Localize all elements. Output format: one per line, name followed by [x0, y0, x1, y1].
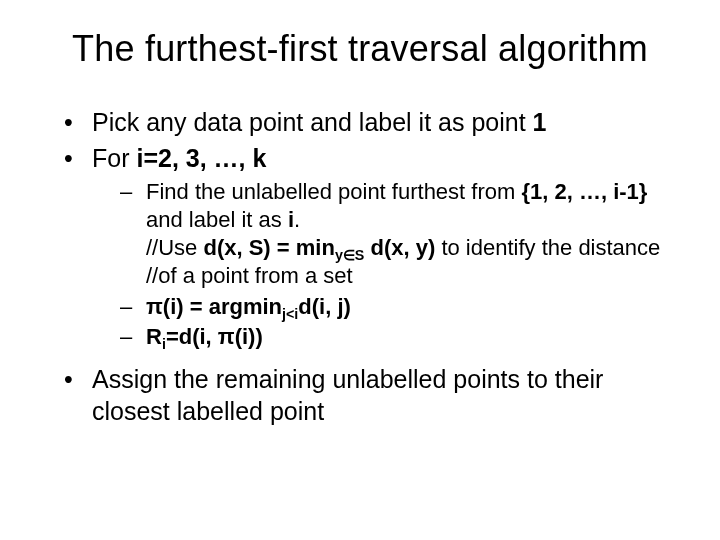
- slide-title: The furthest-first traversal algorithm: [40, 28, 680, 70]
- sub1-l2b-sub: y∈S: [335, 248, 365, 264]
- bullet-1-text: Pick any data point and label it as poin…: [92, 108, 533, 136]
- bullet-3-text: Assign the remaining unlabelled points t…: [92, 365, 603, 425]
- sub1-a: Find the unlabelled point furthest from: [146, 179, 521, 204]
- sub1-b: {1, 2, …, i-1}: [521, 179, 647, 204]
- bullet-1: Pick any data point and label it as poin…: [64, 106, 680, 138]
- bullet-2: For i=2, 3, …, k Find the unlabelled poi…: [64, 142, 680, 351]
- bullet-1-bold: 1: [533, 108, 547, 136]
- sub1-l2c: d(x, y): [364, 235, 441, 260]
- sub2-sub: j<i: [282, 306, 298, 322]
- sub1-e: .: [294, 207, 300, 232]
- bullet-2-text: For: [92, 144, 136, 172]
- sub1-l2a: //Use: [146, 235, 203, 260]
- bullet-3: Assign the remaining unlabelled points t…: [64, 363, 680, 427]
- slide: The furthest-first traversal algorithm P…: [0, 0, 720, 540]
- sub-bullet-1: Find the unlabelled point furthest from …: [120, 178, 680, 291]
- sub3-a: R: [146, 324, 162, 349]
- sub2-a: π(i) = argmin: [146, 294, 282, 319]
- bullet-list-level2: Find the unlabelled point furthest from …: [120, 178, 680, 351]
- sub1-c: and label it as: [146, 207, 288, 232]
- sub2-b: d(i, j): [298, 294, 351, 319]
- sub-bullet-2: π(i) = argminj<id(i, j): [120, 293, 680, 321]
- bullet-list-level1: Pick any data point and label it as poin…: [64, 106, 680, 427]
- sub-bullet-3: Ri=d(i, π(i)): [120, 323, 680, 351]
- sub1-l2b: d(x, S) = min: [203, 235, 334, 260]
- sub3-b: =d(i, π(i)): [166, 324, 263, 349]
- bullet-2-bold: i=2, 3, …, k: [136, 144, 266, 172]
